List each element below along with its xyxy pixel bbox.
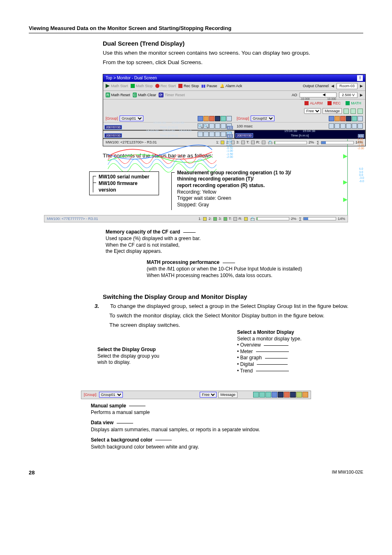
- body-text: From the top screen, click Dual Screens.: [103, 59, 363, 67]
- legend-row: ALARM REC MATH: [103, 99, 365, 107]
- li-overview: • Overview: [237, 342, 261, 348]
- dv-desc: Displays alarm summaries, manual samples…: [91, 427, 260, 432]
- group-label: [Group]:: [84, 392, 97, 398]
- tool-icon[interactable]: [334, 123, 340, 129]
- select-monitor-title: Select a Monitor Display: [237, 329, 294, 335]
- tool-icon[interactable]: [329, 123, 334, 129]
- callout-measure-3: report recording operation (R) status.: [177, 183, 265, 188]
- callout-block-top: MW100 serial number MW100 firmware versi…: [65, 171, 327, 213]
- li-trend: • Trend: [237, 368, 253, 374]
- interval-3: 100 msec: [237, 124, 253, 129]
- app-toolbar-2: RMath Reset CMath Clear ⟳Timer Reset AO …: [103, 91, 365, 100]
- body-text: To switch the monitor display, click the…: [109, 312, 363, 320]
- bg-color-icon[interactable]: [357, 109, 363, 114]
- body-text: Use this when the monitor screen contain…: [103, 49, 363, 57]
- dv-title: Data view: [91, 420, 113, 426]
- callout-measure-4: Recording: Yellow: [177, 189, 216, 195]
- data-view-icon[interactable]: [350, 109, 356, 114]
- li-digital: • Digital: [237, 361, 254, 367]
- trend-panel-bl[interactable]: 15:03:30 15:03:50 15:04:10Time [h:m:s] 2…: [103, 138, 234, 139]
- alarm-ack-button[interactable]: 🔔Alarm Ack: [220, 83, 242, 89]
- extra-icon[interactable]: [302, 392, 308, 398]
- callout-math-1: (with the /M1 option or when the 10-CH P…: [147, 266, 302, 272]
- callout-block-bottom: Memory capacity of the CF card Used spac…: [65, 227, 327, 284]
- date-box: 2007/07/30: [235, 133, 253, 138]
- trend-icon[interactable]: [296, 392, 302, 398]
- rec-start-button[interactable]: Rec Start: [155, 83, 176, 89]
- body-text: The screen display switches.: [109, 321, 363, 329]
- select-group-title: Select the Display Group: [97, 347, 156, 352]
- meter-icon[interactable]: [278, 392, 284, 398]
- callout-measure-2: thinning recording operation (T)/: [177, 176, 254, 182]
- ms-title: Manual sample: [91, 403, 126, 409]
- date-box: 2007/07/30: [104, 133, 122, 138]
- math-clear-button[interactable]: CMath Clear: [133, 92, 157, 98]
- output-next[interactable]: ▶: [360, 83, 363, 89]
- manual-sample-icon[interactable]: [344, 109, 349, 114]
- status-model-2: MW100: <77E777777> - R3.01: [47, 216, 98, 222]
- callout-math-t: MATH processing performance: [147, 259, 219, 265]
- lower-toolbar: [Group]: Group01 Free Message: [81, 391, 311, 399]
- tool-icon[interactable]: [352, 123, 357, 129]
- tool-icon[interactable]: [357, 123, 363, 129]
- math-start-button[interactable]: Math Start: [106, 83, 128, 89]
- free-select[interactable]: Free: [304, 108, 321, 114]
- group-label: [Group]: [237, 116, 249, 121]
- callout-fw-1: MW100 firmware: [99, 180, 138, 186]
- pause-button[interactable]: ▮▮Pause: [201, 83, 217, 89]
- svg-marker-1: [343, 154, 348, 159]
- bar-graph-icon[interactable]: [284, 392, 290, 398]
- bar-icon[interactable]: [340, 116, 346, 121]
- li-bar: • Bar graph: [237, 355, 262, 361]
- free-select-fig2[interactable]: Free: [200, 392, 217, 398]
- li-meter: • Meter: [237, 349, 253, 354]
- select-group-1: Select the display group you: [97, 353, 159, 359]
- subsection-title-dual-screen: Dual Screen (Trend Display): [103, 39, 363, 48]
- callout-mem-3: the Eject display appears.: [106, 248, 162, 254]
- tool-icon[interactable]: [346, 123, 351, 129]
- callout-measure-6: Stopped: Gray: [177, 202, 209, 208]
- volt-next[interactable]: ▶: [360, 92, 363, 98]
- math-reset-button[interactable]: RMath Reset: [106, 92, 130, 98]
- overview-icon[interactable]: [329, 116, 334, 121]
- doc-code: IM MW100-02E: [332, 469, 363, 476]
- message-button-fig2[interactable]: Message: [218, 392, 238, 398]
- titlebar-text: Top > Monitor - Dual Screen: [106, 75, 157, 81]
- meter-icon[interactable]: [334, 116, 340, 121]
- group-select-right[interactable]: Group02: [251, 116, 274, 121]
- tool-icon[interactable]: [340, 123, 346, 129]
- callout-math-2: When MATH processing reaches 100%, data …: [147, 273, 272, 278]
- output-channel-label: Output Channel: [303, 83, 329, 89]
- status-bar-detached: MW100: <77E777777> - R3.01 1: 2: 3: T: R…: [44, 215, 348, 223]
- callout-fw-2: version: [99, 187, 116, 193]
- svg-marker-3: [343, 198, 348, 202]
- trend-icon[interactable]: [352, 116, 357, 121]
- callout-measure-5: Trigger wait state: Green: [177, 195, 231, 201]
- output-prev[interactable]: ◀: [331, 83, 334, 89]
- figure-2-annotations: Manual sample Performs a manual sample D…: [81, 402, 311, 451]
- titlebar-icon[interactable]: ⇧: [357, 75, 363, 81]
- ms-desc: Performs a manual sample: [91, 409, 150, 415]
- trend-panel-r[interactable]: 2.001.000.00-1.00-2.00 6.03.00.0-3.0-6.0…: [234, 130, 365, 139]
- digital-icon[interactable]: [290, 392, 296, 398]
- rec-stop-button[interactable]: Rec Stop: [178, 83, 199, 89]
- overview-icon[interactable]: [272, 392, 277, 398]
- callout-mem-1: Used space (%) displayed with a green ba…: [106, 236, 201, 241]
- math-stop-button[interactable]: Math Stop: [131, 83, 153, 89]
- page-number: 28: [29, 469, 35, 476]
- room-label: Room-03: [337, 83, 357, 89]
- timer-reset-button[interactable]: ⟳Timer Reset: [159, 92, 185, 98]
- callout-measure-1: Measurement group recording operation (1…: [177, 170, 291, 176]
- bg-color-icon[interactable]: [265, 392, 271, 398]
- callout-mem-t: Memory capacity of the CF card: [106, 229, 180, 235]
- bg-desc: Switch background color between white an…: [91, 444, 199, 450]
- data-view-icon[interactable]: [259, 392, 265, 398]
- mode-icon[interactable]: [357, 116, 363, 121]
- group-select-fig2[interactable]: Group01: [99, 392, 123, 398]
- message-button[interactable]: Message: [323, 108, 342, 114]
- subsection-title-switching: Switching the Display Group and Monitor …: [103, 292, 363, 301]
- manual-sample-icon[interactable]: [253, 392, 259, 398]
- digital-icon[interactable]: [346, 116, 351, 121]
- select-monitor-sub: Select a monitor display type.: [237, 336, 302, 342]
- group-bar-right: [Group] Group02: [234, 115, 365, 123]
